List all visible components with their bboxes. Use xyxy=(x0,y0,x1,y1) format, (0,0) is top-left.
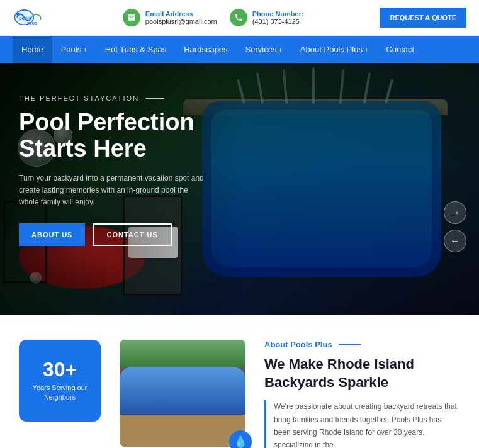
pool-icon-badge: 💧 xyxy=(229,430,252,448)
about-description: We're passionate about creating backyard… xyxy=(264,400,460,448)
about-tag: About Pools Plus xyxy=(264,340,460,349)
photo-sky xyxy=(120,340,245,367)
quote-button[interactable]: REQUEST A QUOTE xyxy=(380,8,466,28)
hero-title: Pool Perfection Starts Here xyxy=(19,109,233,162)
about-text-area: About Pools Plus We Make Rhode Island Ba… xyxy=(264,340,460,448)
phone-icon xyxy=(230,9,247,26)
pool-badge-icon: 💧 xyxy=(234,435,247,448)
stat-number: 30+ xyxy=(43,359,77,379)
nav-about[interactable]: About Pools Plus + xyxy=(291,36,377,63)
bottom-section: 30+ Years Serving our Neighbors 💧 About … xyxy=(0,315,479,448)
prev-slide-button[interactable]: ← xyxy=(444,230,466,252)
nav-hardscapes[interactable]: Hardscapes xyxy=(175,36,236,63)
photo-deck xyxy=(120,415,245,447)
logo[interactable]: pools PLUS xyxy=(13,5,47,30)
hero-subtitle: THE PERFECT STAYCATION xyxy=(19,94,460,102)
nav-about-plus: + xyxy=(364,46,368,53)
phone-value: (401) 373-4125 xyxy=(252,18,304,25)
pool-photo-area: 💧 xyxy=(120,340,245,447)
phone-details: Phone Number: (401) 373-4125 xyxy=(252,10,304,25)
phone-contact: Phone Number: (401) 373-4125 xyxy=(230,9,304,26)
photo-water xyxy=(120,367,245,415)
hero-content: THE PERFECT STAYCATION Pool Perfection S… xyxy=(0,63,479,315)
nav-home[interactable]: Home xyxy=(13,36,52,63)
about-us-button[interactable]: ABOUT US xyxy=(19,223,85,246)
pool-photo xyxy=(120,340,245,447)
nav-services[interactable]: Services + xyxy=(237,36,291,63)
stat-label: Years Serving our Neighbors xyxy=(31,383,88,403)
nav-pools-plus: + xyxy=(83,46,87,53)
hero-buttons: ABOUT US CONTACT US xyxy=(19,223,460,246)
about-tag-line xyxy=(339,344,361,345)
navbar: Home Pools + Hot Tubs & Spas Hardscapes … xyxy=(0,36,479,63)
nav-contact[interactable]: Contact xyxy=(377,36,423,63)
subtitle-line xyxy=(145,98,164,99)
email-contact: Email Address poolsplusri@gmail.com xyxy=(123,9,217,26)
nav-pools[interactable]: Pools + xyxy=(52,36,96,63)
header: pools PLUS Email Address poolsplusri@gma… xyxy=(0,0,479,36)
next-slide-button[interactable]: → xyxy=(444,201,466,224)
hero-section: THE PERFECT STAYCATION Pool Perfection S… xyxy=(0,63,479,315)
email-icon xyxy=(123,9,140,26)
svg-text:PLUS: PLUS xyxy=(27,21,37,25)
phone-label: Phone Number: xyxy=(252,10,304,18)
hero-description: Turn your backyard into a permanent vaca… xyxy=(19,172,208,209)
email-label: Email Address xyxy=(145,10,217,18)
stat-card: 30+ Years Serving our Neighbors xyxy=(19,340,101,422)
nav-services-plus: + xyxy=(278,46,282,53)
nav-hot-tubs[interactable]: Hot Tubs & Spas xyxy=(96,36,176,63)
svg-text:pools: pools xyxy=(19,15,31,21)
email-details: Email Address poolsplusri@gmail.com xyxy=(145,10,217,25)
about-title: We Make Rhode Island Backyards Sparkle xyxy=(264,356,460,391)
contact-us-button[interactable]: CONTACT US xyxy=(93,223,171,246)
contact-info: Email Address poolsplusri@gmail.com Phon… xyxy=(47,9,380,26)
email-value: poolsplusri@gmail.com xyxy=(145,18,217,25)
